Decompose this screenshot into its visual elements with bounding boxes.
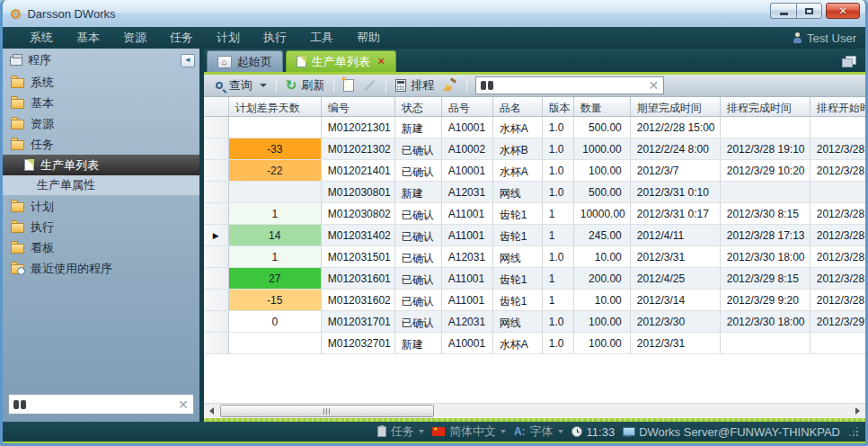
cell-item_no[interactable]: A12031 <box>442 182 493 202</box>
query-button[interactable]: 查询 <box>211 76 271 95</box>
cell-diff[interactable]: 0 <box>229 311 322 332</box>
cell-version[interactable]: 1 <box>543 203 574 224</box>
clean-button[interactable] <box>438 77 462 94</box>
cell-status[interactable]: 新建 <box>395 117 442 138</box>
cell-status[interactable]: 已确认 <box>395 268 442 289</box>
cell-diff[interactable] <box>229 182 322 202</box>
cell-sched_end[interactable]: 2012/3/29 8:15 <box>721 268 810 289</box>
cell-item_name[interactable]: 网线 <box>493 311 543 332</box>
cell-item_name[interactable]: 水杯B <box>493 138 543 159</box>
cell-item_no[interactable]: A11001 <box>442 225 493 245</box>
cell-status[interactable]: 新建 <box>395 333 442 353</box>
cell-item_name[interactable]: 水杯A <box>493 333 543 353</box>
cell-expect[interactable]: 2012/3/7 <box>631 160 721 181</box>
cell-diff[interactable]: -33 <box>229 138 322 159</box>
row-selector[interactable] <box>204 333 229 353</box>
table-row[interactable]: 27M012031601已确认A11001齿轮11200.002012/4/25… <box>204 268 865 290</box>
edit-button[interactable] <box>359 83 381 88</box>
scroll-left-button[interactable] <box>204 404 219 418</box>
cell-qty[interactable]: 100.00 <box>574 311 631 332</box>
sidebar-item-2[interactable]: 资源 <box>3 113 199 134</box>
toolbar-search-input[interactable] <box>498 78 643 93</box>
cell-item_name[interactable]: 水杯A <box>493 160 543 181</box>
table-row[interactable]: ▶14M012031402已确认A11001齿轮11245.002012/4/1… <box>204 225 865 246</box>
tab-close-icon[interactable]: ✕ <box>377 57 385 67</box>
close-button[interactable]: ✕ <box>826 3 860 19</box>
cell-sched_start[interactable] <box>810 117 865 138</box>
row-selector[interactable] <box>204 290 229 310</box>
cell-item_no[interactable]: A10001 <box>442 117 493 138</box>
sidebar-item-0[interactable]: 系统 <box>3 72 199 93</box>
status-font-selector[interactable]: A: 字体 <box>514 424 563 440</box>
row-selector[interactable] <box>204 203 229 224</box>
cell-version[interactable]: 1.0 <box>543 182 574 202</box>
cell-expect[interactable]: 2012/3/31 <box>631 246 721 267</box>
new-button[interactable] <box>339 77 359 94</box>
sidebar-item-3[interactable]: 任务 <box>3 134 199 155</box>
cell-item_name[interactable]: 网线 <box>493 182 543 202</box>
cell-sched_end[interactable] <box>721 333 810 353</box>
status-language-selector[interactable]: 简体中文 <box>432 424 506 440</box>
cell-expect[interactable]: 2012/2/28 15:00 <box>631 117 721 138</box>
column-header-4[interactable]: 品名 <box>493 97 543 116</box>
cell-item_name[interactable]: 齿轮1 <box>493 203 543 224</box>
cell-sched_end[interactable]: 2012/3/30 18:00 <box>721 246 810 267</box>
cell-qty[interactable]: 10.00 <box>574 246 631 267</box>
column-header-1[interactable]: 编号 <box>322 97 395 116</box>
cell-diff[interactable]: -15 <box>229 290 322 310</box>
menu-item-7[interactable]: 帮助 <box>346 28 391 48</box>
cell-sched_start[interactable] <box>810 333 865 353</box>
cell-item_no[interactable]: A12031 <box>442 311 493 332</box>
cell-version[interactable]: 1.0 <box>543 160 574 181</box>
horizontal-scrollbar[interactable] <box>204 403 865 418</box>
table-row[interactable]: -33M012021302已确认A10002水杯B1.01000.002012/… <box>204 138 865 160</box>
cell-sched_start[interactable]: 2012/3/29 17:46 <box>810 311 865 332</box>
sidebar-search-clear-icon[interactable]: ✕ <box>178 398 189 411</box>
column-header-5[interactable]: 版本 <box>543 97 574 116</box>
cell-code[interactable]: M012032701 <box>322 333 395 353</box>
cell-expect[interactable]: 2012/4/25 <box>631 268 721 289</box>
cell-qty[interactable]: 200.00 <box>574 268 631 289</box>
cell-code[interactable]: M012031402 <box>322 225 395 245</box>
cell-sched_start[interactable] <box>810 182 865 202</box>
minimize-button[interactable] <box>770 3 796 19</box>
cell-item_name[interactable]: 网线 <box>493 246 543 267</box>
cell-sched_end[interactable]: 2012/3/29 10:20 <box>721 160 810 181</box>
cell-item_no[interactable]: A10001 <box>442 160 493 181</box>
menu-item-2[interactable]: 资源 <box>112 28 157 48</box>
status-task-selector[interactable]: 任务 <box>377 424 424 440</box>
cell-version[interactable]: 1 <box>543 290 574 310</box>
cell-sched_end[interactable]: 2012/3/30 8:15 <box>721 203 810 224</box>
cell-code[interactable]: M012030802 <box>322 203 395 224</box>
cell-status[interactable]: 已确认 <box>395 160 442 181</box>
cell-qty[interactable]: 500.00 <box>574 117 631 138</box>
row-selector[interactable] <box>204 311 229 332</box>
column-header-0[interactable]: 计划差异天数 <box>229 97 322 116</box>
cell-item_no[interactable]: A11001 <box>442 290 493 310</box>
tab-0[interactable]: ⌂起始页 <box>207 50 283 72</box>
column-header-row-selector[interactable] <box>204 97 229 116</box>
scroll-right-button[interactable] <box>850 404 865 418</box>
cell-version[interactable]: 1.0 <box>543 311 574 332</box>
cell-item_no[interactable]: A11001 <box>442 268 493 289</box>
sidebar-collapse-button[interactable]: ◄ <box>181 54 195 67</box>
tab-1[interactable]: 生产单列表✕ <box>286 50 396 72</box>
restore-button[interactable] <box>796 3 822 19</box>
cell-diff[interactable]: 1 <box>229 246 322 267</box>
cell-expect[interactable]: 2012/3/31 0:10 <box>631 182 721 202</box>
row-selector[interactable] <box>204 246 229 267</box>
cell-item_no[interactable]: A10002 <box>442 138 493 159</box>
cell-status[interactable]: 已确认 <box>395 290 442 310</box>
column-header-3[interactable]: 品号 <box>442 97 493 116</box>
cell-sched_start[interactable]: 2012/3/28 19:10 <box>810 160 865 181</box>
cell-sched_start[interactable]: 2012/3/28 17:13 <box>810 203 865 224</box>
menu-item-6[interactable]: 工具 <box>299 28 344 48</box>
row-selector[interactable] <box>204 117 229 138</box>
cell-expect[interactable]: 2012/3/30 <box>631 311 721 332</box>
cell-diff[interactable] <box>229 333 322 353</box>
cell-sched_start[interactable]: 2012/3/28 10:52 <box>810 138 865 159</box>
sidebar-item-5[interactable]: 生产单属性 <box>3 175 199 196</box>
column-header-2[interactable]: 状态 <box>395 97 442 116</box>
cell-sched_end[interactable]: 2012/3/28 19:10 <box>721 138 810 159</box>
menu-item-5[interactable]: 执行 <box>252 28 297 48</box>
